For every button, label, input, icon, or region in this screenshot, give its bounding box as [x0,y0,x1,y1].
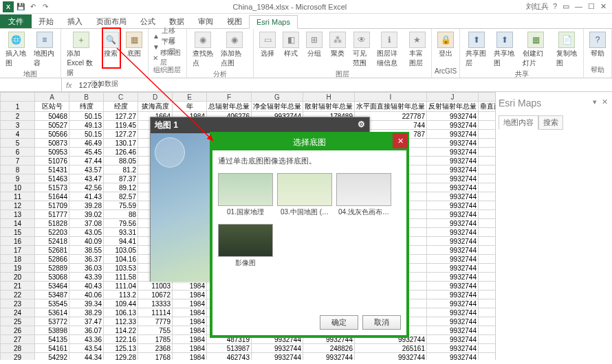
data-cell[interactable]: 88 [104,210,138,219]
data-cell[interactable]: 53898 [35,326,69,335]
data-cell[interactable]: 11114 [138,308,173,317]
data-cell[interactable] [479,121,496,130]
data-cell[interactable]: 9932744 [427,255,479,264]
data-cell[interactable]: 53487 [35,291,69,299]
data-cell[interactable] [479,246,496,255]
data-cell[interactable]: 51431 [35,166,69,174]
basemap-option-1[interactable]: 01.国家地理 [218,173,273,217]
data-cell[interactable]: 44.34 [69,353,104,361]
data-cell[interactable]: 9932744 [427,335,479,344]
row-header[interactable]: 29 [1,353,35,361]
data-cell[interactable]: 51463 [35,174,69,183]
data-cell[interactable]: 9932744 [355,353,427,361]
header-cell[interactable]: 垂直面直接辐{ [479,102,496,112]
data-cell[interactable]: 9932744 [427,201,479,210]
data-cell[interactable]: 93.31 [104,228,138,237]
data-cell[interactable]: 43.05 [69,228,104,237]
header-cell[interactable]: 经度 [104,102,138,112]
data-cell[interactable]: 43.39 [69,273,104,282]
data-cell[interactable]: 43.47 [69,174,104,183]
share-layer-button[interactable]: ⬆共享图层 [463,30,490,69]
help-button[interactable]: ?帮助 [587,30,609,60]
data-cell[interactable] [479,210,496,219]
data-cell[interactable]: 39.28 [69,201,104,210]
select-button[interactable]: ▭选择 [256,30,278,69]
data-cell[interactable]: 36.37 [69,255,104,264]
data-cell[interactable]: 53772 [35,317,69,326]
data-cell[interactable] [479,299,496,308]
data-cell[interactable]: 127.27 [104,112,138,121]
data-cell[interactable]: 50.15 [69,112,104,121]
data-cell[interactable]: 52203 [35,228,69,237]
data-cell[interactable]: 265161 [355,344,427,353]
data-cell[interactable]: 9932744 [427,192,479,201]
data-cell[interactable]: 40.43 [69,282,104,291]
add-hotmap-button[interactable]: ◉添加热点图 [218,30,250,69]
col-header[interactable]: J [427,93,479,102]
basemap-button[interactable]: ▦底图 [123,30,145,79]
minimize-icon[interactable]: — [575,2,582,11]
data-cell[interactable]: 51076 [35,157,69,166]
col-header[interactable]: A [35,93,69,102]
save-icon[interactable]: 💾 [15,1,26,12]
row-header[interactable]: 21 [1,282,35,291]
data-cell[interactable] [479,166,496,174]
row-header[interactable]: 18 [1,255,35,264]
header-cell[interactable]: 拔海高度 [138,102,173,112]
data-cell[interactable] [479,192,496,201]
basemap-option-2[interactable]: 03.中国地图 (… [277,173,332,217]
data-cell[interactable]: 9932744 [427,317,479,326]
data-cell[interactable]: 46.49 [69,139,104,148]
data-cell[interactable]: 9932744 [427,353,479,361]
data-cell[interactable]: 9932744 [427,326,479,335]
row-header[interactable]: 28 [1,344,35,353]
compass-icon[interactable] [155,137,185,168]
data-cell[interactable] [479,219,496,228]
data-cell[interactable]: 1984 [173,282,207,291]
data-cell[interactable]: 39.02 [69,210,104,219]
data-cell[interactable]: 52866 [35,255,69,264]
row-header[interactable]: 26 [1,326,35,335]
data-cell[interactable]: 130.17 [104,139,138,148]
data-cell[interactable]: 2368 [138,344,173,353]
data-cell[interactable]: 9932744 [303,353,355,361]
data-cell[interactable]: 47.44 [69,157,104,166]
data-cell[interactable]: 40.09 [69,237,104,246]
data-cell[interactable]: 1768 [138,353,173,361]
add-excel-button[interactable]: ＋添加Excel 数据 [64,30,98,79]
row-header[interactable]: 22 [1,291,35,299]
data-cell[interactable] [479,201,496,210]
row-header[interactable]: 15 [1,228,35,237]
data-cell[interactable] [479,228,496,237]
data-cell[interactable]: 113.2 [104,291,138,299]
data-cell[interactable] [479,157,496,166]
col-header[interactable] [1,93,35,102]
row-header[interactable]: 24 [1,308,35,317]
data-cell[interactable]: 9932744 [427,130,479,139]
data-cell[interactable] [479,264,496,273]
data-cell[interactable] [479,317,496,326]
row-header[interactable]: 23 [1,299,35,308]
data-cell[interactable]: 112.33 [104,317,138,326]
tab-start[interactable]: 开始 [32,14,61,28]
row-header[interactable]: 25 [1,317,35,326]
row-header[interactable]: 3 [1,121,35,130]
layer-info-button[interactable]: ℹ图层详细信息 [374,30,405,69]
data-cell[interactable]: 75.59 [104,201,138,210]
group-button[interactable]: ⊞分组 [303,30,325,69]
header-cell[interactable]: 区站号 [35,102,69,112]
data-cell[interactable]: 1984 [173,317,207,326]
data-cell[interactable]: 462743 [207,353,252,361]
data-cell[interactable]: 51709 [35,201,69,210]
undo-icon[interactable]: ↶ [28,1,39,12]
logout-button[interactable]: 🔒登出 [435,30,457,60]
data-cell[interactable]: 45.45 [69,148,104,157]
data-cell[interactable] [479,174,496,183]
data-cell[interactable]: 9932744 [427,174,479,183]
tab-insert[interactable]: 插入 [61,14,89,28]
data-cell[interactable]: 9932744 [427,228,479,237]
data-cell[interactable] [479,112,496,121]
data-cell[interactable]: 52418 [35,237,69,246]
data-cell[interactable]: 9932744 [427,112,479,121]
data-cell[interactable]: 40.06 [69,291,104,299]
